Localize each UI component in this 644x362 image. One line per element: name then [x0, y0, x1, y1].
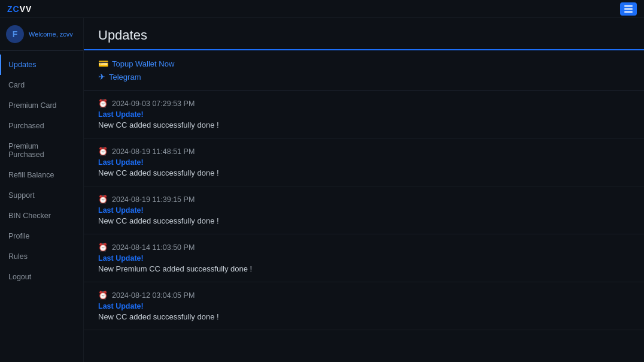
sidebar-item-card[interactable]: Card: [0, 75, 83, 95]
sidebar-nav: Updates Card Premium Card Purchased Prem…: [0, 51, 83, 291]
update-label: Last Update!: [98, 206, 630, 215]
page-title: Updates: [98, 28, 630, 43]
sidebar-item-refill-balance[interactable]: Refill Balance: [0, 165, 83, 185]
update-item: ⏰ 2024-08-12 03:04:05 PM Last Update! Ne…: [84, 282, 644, 330]
sidebar-item-logout[interactable]: Logout: [0, 267, 83, 287]
update-message: New CC added successfully done !: [98, 216, 630, 225]
top-navbar: ZCVV: [0, 0, 644, 18]
updates-list: ⏰ 2024-09-03 07:29:53 PM Last Update! Ne…: [84, 90, 644, 330]
logo-text: ZC: [7, 4, 20, 14]
welcome-text: Welcome, zcvv: [29, 31, 73, 38]
sidebar-item-profile[interactable]: Profile: [0, 226, 83, 246]
clock-icon: ⏰: [98, 243, 108, 252]
topup-label: Topup Wallet Now: [112, 59, 174, 68]
update-label: Last Update!: [98, 302, 630, 310]
sidebar-username: zcvv: [60, 31, 73, 38]
sidebar: F Welcome, zcvv Updates Card Premium Car…: [0, 18, 84, 362]
update-date: 2024-08-19 11:48:51 PM: [112, 147, 195, 156]
update-meta: ⏰ 2024-08-14 11:03:50 PM: [98, 243, 630, 252]
update-item: ⏰ 2024-08-14 11:03:50 PM Last Update! Ne…: [84, 234, 644, 282]
update-meta: ⏰ 2024-08-12 03:04:05 PM: [98, 291, 630, 300]
update-date: 2024-08-14 11:03:50 PM: [112, 243, 195, 252]
update-message: New CC added successfully done !: [98, 168, 630, 177]
menu-bar-1: [624, 5, 633, 7]
update-label: Last Update!: [98, 158, 630, 167]
clock-icon: ⏰: [98, 99, 108, 108]
update-item: ⏰ 2024-08-19 11:39:15 PM Last Update! Ne…: [84, 186, 644, 234]
telegram-icon: ✈: [98, 72, 105, 82]
update-label: Last Update!: [98, 110, 630, 119]
telegram-label: Telegram: [109, 73, 141, 82]
update-label: Last Update!: [98, 254, 630, 263]
sidebar-item-premium-card[interactable]: Premium Card: [0, 95, 83, 116]
update-date: 2024-08-12 03:04:05 PM: [112, 291, 195, 300]
update-message: New CC added successfully done !: [98, 120, 630, 129]
update-item: ⏰ 2024-09-03 07:29:53 PM Last Update! Ne…: [84, 90, 644, 138]
telegram-link[interactable]: ✈ Telegram: [98, 72, 630, 82]
hamburger-menu-button[interactable]: [620, 2, 637, 16]
update-date: 2024-09-03 07:29:53 PM: [112, 99, 195, 108]
sidebar-item-updates[interactable]: Updates: [0, 55, 83, 75]
clock-icon: ⏰: [98, 195, 108, 204]
clock-icon: ⏰: [98, 291, 108, 300]
update-meta: ⏰ 2024-09-03 07:29:53 PM: [98, 99, 630, 108]
page-header: Updates: [84, 18, 644, 50]
sidebar-item-bin-checker[interactable]: BIN Checker: [0, 206, 83, 226]
avatar: F: [6, 25, 24, 43]
sidebar-user-section: F Welcome, zcvv: [0, 18, 83, 51]
links-section: 💳 Topup Wallet Now ✈ Telegram: [84, 50, 644, 90]
logo: ZCVV: [7, 4, 32, 14]
menu-bar-3: [624, 11, 633, 13]
update-meta: ⏰ 2024-08-19 11:39:15 PM: [98, 195, 630, 204]
topup-icon: 💳: [98, 59, 108, 68]
update-message: New CC added successfully done !: [98, 312, 630, 321]
update-item: ⏰ 2024-08-19 11:48:51 PM Last Update! Ne…: [84, 138, 644, 186]
topup-wallet-link[interactable]: 💳 Topup Wallet Now: [98, 59, 630, 68]
update-meta: ⏰ 2024-08-19 11:48:51 PM: [98, 147, 630, 156]
clock-icon: ⏰: [98, 147, 108, 156]
main-layout: F Welcome, zcvv Updates Card Premium Car…: [0, 18, 644, 362]
menu-bar-2: [624, 8, 633, 10]
main-content: Updates 💳 Topup Wallet Now ✈ Telegram ⏰ …: [84, 18, 644, 362]
update-date: 2024-08-19 11:39:15 PM: [112, 195, 195, 204]
sidebar-item-purchased[interactable]: Purchased: [0, 116, 83, 136]
sidebar-item-rules[interactable]: Rules: [0, 246, 83, 267]
sidebar-item-support[interactable]: Support: [0, 185, 83, 206]
update-message: New Premium CC added successfully done !: [98, 264, 630, 273]
sidebar-item-premium-purchased[interactable]: Premium Purchased: [0, 136, 83, 165]
